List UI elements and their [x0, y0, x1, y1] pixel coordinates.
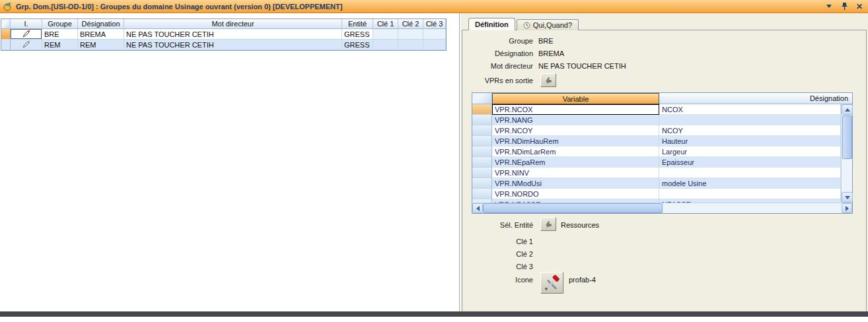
cell-designation[interactable]: BREMA	[78, 29, 124, 40]
row-indicator[interactable]	[1, 40, 11, 50]
row-indicator[interactable]	[472, 104, 492, 115]
chevron-down-icon[interactable]	[824, 2, 834, 11]
hand-icon	[544, 76, 553, 84]
cell-variable[interactable]: VPR.NINV	[492, 168, 659, 178]
row-indicator[interactable]	[472, 136, 492, 146]
left-panel: I. Groupe Désignation Mot directeur Enti…	[0, 13, 460, 317]
sel-entite-label: Sél. Entité	[460, 221, 533, 229]
horizontal-scroll-thumb[interactable]	[483, 203, 663, 213]
table-row[interactable]: VPR.NDimHauRem Hauteur	[472, 136, 841, 146]
horizontal-scrollbar[interactable]	[472, 203, 852, 213]
vpr-column-header-variable[interactable]: Variable	[492, 93, 659, 104]
groupe-value: BRE	[538, 37, 554, 45]
cell-mot-directeur[interactable]: NE PAS TOUCHER CETIH	[124, 40, 342, 50]
table-row[interactable]: REM REM NE PAS TOUCHER CETIH GRESS	[1, 40, 446, 50]
main-area: I. Groupe Désignation Mot directeur Enti…	[0, 13, 868, 317]
cell-cle3[interactable]	[423, 40, 446, 50]
scroll-down-button[interactable]	[842, 192, 853, 203]
pin-icon[interactable]	[840, 2, 849, 11]
cell-designation[interactable]: Epaisseur	[659, 157, 841, 168]
row-indicator[interactable]	[472, 115, 492, 125]
row-icon-cell[interactable]	[11, 40, 42, 50]
cell-designation[interactable]: Hauteur	[659, 136, 841, 146]
table-row[interactable]: VPR.NEpaRem Epaisseur	[472, 157, 841, 168]
row-indicator[interactable]	[1, 29, 11, 40]
grid-corner[interactable]	[1, 19, 11, 29]
column-header-mot-directeur[interactable]: Mot directeur	[124, 19, 342, 29]
cell-entite[interactable]: GRESS	[342, 29, 373, 40]
sel-entite-button[interactable]	[540, 217, 556, 231]
row-indicator[interactable]	[472, 168, 492, 178]
vertical-scroll-thumb[interactable]	[842, 115, 852, 159]
column-header-cle3[interactable]: Clé 3	[423, 19, 446, 29]
row-indicator[interactable]	[472, 178, 492, 189]
cell-mot-directeur[interactable]: NE PAS TOUCHER CETIH	[124, 29, 342, 40]
cell-designation[interactable]	[659, 168, 841, 178]
cell-variable[interactable]: VPR.NDimHauRem	[492, 136, 659, 146]
cle2-label: Clé 2	[460, 250, 533, 258]
table-row[interactable]: VPR.NORDO	[472, 189, 841, 199]
cell-designation[interactable]	[659, 115, 841, 125]
table-row[interactable]: VPR.NCOY NCOY	[472, 125, 841, 136]
cell-designation[interactable]: REM	[78, 40, 124, 50]
vprs-output-button[interactable]	[540, 73, 556, 87]
window-title: Grp. Dom.[USI-OD-1/0] : Groupes du domai…	[16, 3, 342, 11]
window-controls: ✕	[824, 2, 864, 11]
row-indicator[interactable]	[472, 189, 492, 199]
vpr-grid-corner[interactable]	[472, 93, 492, 104]
column-header-groupe[interactable]: Groupe	[42, 19, 78, 29]
edit-pen-icon	[22, 40, 30, 49]
column-header-entite[interactable]: Entité	[342, 19, 373, 29]
table-row[interactable]: VPR.NANG	[472, 115, 841, 125]
detail-panel: Définition Qui,Quand? Groupe BRE Désigna…	[460, 13, 868, 317]
tab-definition[interactable]: Définition	[468, 18, 515, 30]
icone-image-button[interactable]	[540, 272, 563, 294]
cell-variable[interactable]: VPR.NEpaRem	[492, 157, 659, 168]
application-window: Grp. Dom.[USI-OD-1/0] : Groupes du domai…	[0, 0, 868, 322]
cell-variable[interactable]: VPR.NDimLarRem	[492, 146, 659, 157]
table-row[interactable]: VPR.NCOX NCOX	[472, 104, 841, 115]
cell-variable[interactable]: VPR.NORDO	[492, 189, 659, 199]
table-row[interactable]: VPR.NModUsi modele Usine	[472, 178, 841, 189]
icone-value: profab-4	[569, 276, 596, 284]
cell-groupe[interactable]: BRE	[42, 29, 78, 40]
cle1-label: Clé 1	[460, 238, 533, 245]
hand-icon	[544, 220, 553, 228]
close-icon[interactable]: ✕	[855, 2, 864, 11]
cell-variable[interactable]: VPR.NModUsi	[492, 178, 659, 189]
column-header-cle1[interactable]: Clé 1	[373, 19, 398, 29]
tab-qui-quand[interactable]: Qui,Quand?	[517, 19, 579, 30]
designation-value: BREMA	[538, 49, 564, 57]
cell-designation[interactable]: NCOY	[659, 125, 841, 136]
row-indicator[interactable]	[472, 125, 492, 136]
cell-designation[interactable]: NCOX	[659, 104, 841, 115]
table-row[interactable]: BRE BREMA NE PAS TOUCHER CETIH GRESS	[1, 29, 446, 40]
column-header-designation[interactable]: Désignation	[78, 19, 124, 29]
cell-designation[interactable]	[659, 189, 841, 199]
column-header-i[interactable]: I.	[11, 19, 42, 29]
table-row[interactable]: VPR.NDimLarRem Largeur	[472, 146, 841, 157]
scroll-right-button[interactable]	[842, 203, 852, 213]
column-header-cle2[interactable]: Clé 2	[398, 19, 423, 29]
cell-cle2[interactable]	[398, 40, 423, 50]
vpr-column-header-designation[interactable]: Désignation	[659, 93, 852, 104]
cell-variable[interactable]: VPR.NCOY	[492, 125, 659, 136]
cell-designation[interactable]: Largeur	[659, 146, 841, 157]
cell-groupe[interactable]: REM	[42, 40, 78, 50]
cell-variable[interactable]: VPR.NCOX	[492, 104, 659, 115]
cell-cle1[interactable]	[373, 29, 398, 40]
cell-variable[interactable]: VPR.NANG	[492, 115, 659, 125]
cell-cle2[interactable]	[398, 29, 423, 40]
cell-cle1[interactable]	[373, 40, 398, 50]
table-row[interactable]: VPR.NINV	[472, 168, 841, 178]
vertical-scrollbar[interactable]	[841, 104, 852, 203]
scroll-up-button[interactable]	[842, 104, 853, 115]
cell-designation[interactable]: modele Usine	[659, 178, 841, 189]
cell-cle3[interactable]	[423, 29, 446, 40]
row-indicator[interactable]	[472, 146, 492, 157]
row-icon-cell[interactable]	[11, 29, 42, 40]
row-indicator[interactable]	[472, 157, 492, 168]
scroll-left-button[interactable]	[472, 203, 483, 213]
title-bar[interactable]: Grp. Dom.[USI-OD-1/0] : Groupes du domai…	[0, 0, 868, 13]
cell-entite[interactable]: GRESS	[342, 40, 373, 50]
